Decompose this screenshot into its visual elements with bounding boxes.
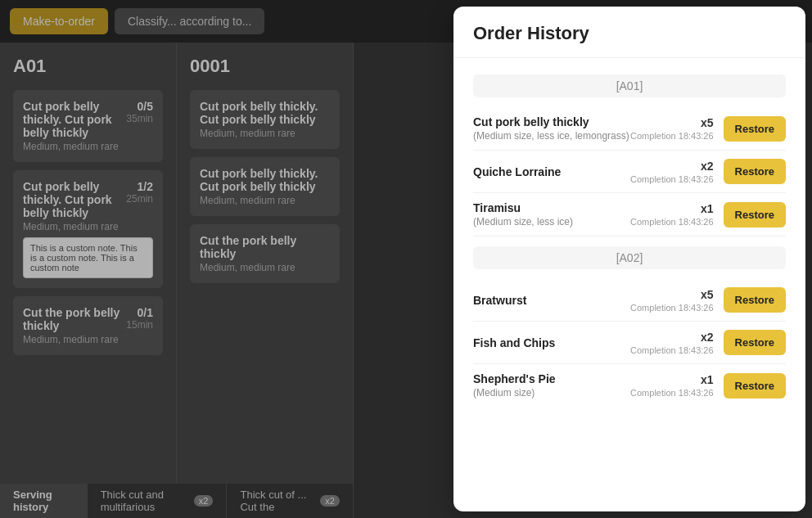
history-item-info: Cut pork belly thickly (Medium size, les… <box>473 115 630 142</box>
history-item: Bratwurst x5 Completion 18:43:26 Restore <box>473 279 786 322</box>
restore-button[interactable]: Restore <box>724 373 786 399</box>
restore-button[interactable]: Restore <box>724 159 786 184</box>
history-item: Quiche Lorraine x2 Completion 18:43:26 R… <box>473 151 786 193</box>
history-completion: Completion 18:43:26 <box>630 388 714 398</box>
modal-body: [A01] Cut pork belly thickly (Medium siz… <box>453 58 805 511</box>
history-item-meta: x1 Completion 18:43:26 <box>630 202 714 227</box>
history-qty: x5 <box>630 116 714 129</box>
history-item: Fish and Chips x2 Completion 18:43:26 Re… <box>473 322 786 364</box>
history-qty: x5 <box>630 288 714 301</box>
history-item-meta: x2 Completion 18:43:26 <box>630 331 714 355</box>
modal-header: Order History <box>453 7 805 58</box>
restore-button[interactable]: Restore <box>724 116 786 142</box>
history-item: Tiramisu (Medium size, less ice) x1 Comp… <box>473 193 786 236</box>
restore-button[interactable]: Restore <box>724 202 786 227</box>
history-item-name: Quiche Lorraine <box>473 165 630 178</box>
history-item-detail: (Medium size, less ice) <box>473 216 630 227</box>
history-item-meta: x5 Completion 18:43:26 <box>630 116 714 141</box>
restore-button[interactable]: Restore <box>724 287 786 313</box>
history-qty: x2 <box>630 160 714 173</box>
history-completion: Completion 18:43:26 <box>630 217 714 227</box>
history-completion: Completion 18:43:26 <box>630 174 714 184</box>
section-label-a01: [A01] <box>473 74 786 97</box>
history-item-info: Shepherd's Pie (Medium size) <box>473 372 630 399</box>
history-completion: Completion 18:43:26 <box>630 131 714 141</box>
history-item-name: Shepherd's Pie <box>473 372 630 385</box>
history-item: Cut pork belly thickly (Medium size, les… <box>473 107 786 151</box>
history-completion: Completion 18:43:26 <box>630 303 714 313</box>
history-item-detail: (Medium size, less ice, lemongrass) <box>473 130 630 142</box>
history-qty: x2 <box>630 331 714 344</box>
history-item-meta: x1 Completion 18:43:26 <box>630 373 714 398</box>
history-item: Shepherd's Pie (Medium size) x1 Completi… <box>473 364 786 407</box>
history-completion: Completion 18:43:26 <box>630 345 714 355</box>
history-item-detail: (Medium size) <box>473 387 630 399</box>
history-qty: x1 <box>630 202 714 215</box>
history-item-name: Cut pork belly thickly <box>473 115 630 128</box>
history-item-name: Tiramisu <box>473 201 630 214</box>
history-item-info: Fish and Chips <box>473 336 630 349</box>
order-history-modal: Order History [A01] Cut pork belly thick… <box>453 7 805 511</box>
section-label-a02: [A02] <box>473 246 786 269</box>
history-item-info: Tiramisu (Medium size, less ice) <box>473 201 630 227</box>
history-item-info: Bratwurst <box>473 294 630 307</box>
history-item-meta: x2 Completion 18:43:26 <box>630 160 714 184</box>
history-item-name: Bratwurst <box>473 294 630 307</box>
history-item-meta: x5 Completion 18:43:26 <box>630 288 714 313</box>
history-item-name: Fish and Chips <box>473 336 630 349</box>
modal-title: Order History <box>473 23 786 44</box>
history-qty: x1 <box>630 373 714 386</box>
restore-button[interactable]: Restore <box>724 330 786 355</box>
history-item-info: Quiche Lorraine <box>473 165 630 178</box>
